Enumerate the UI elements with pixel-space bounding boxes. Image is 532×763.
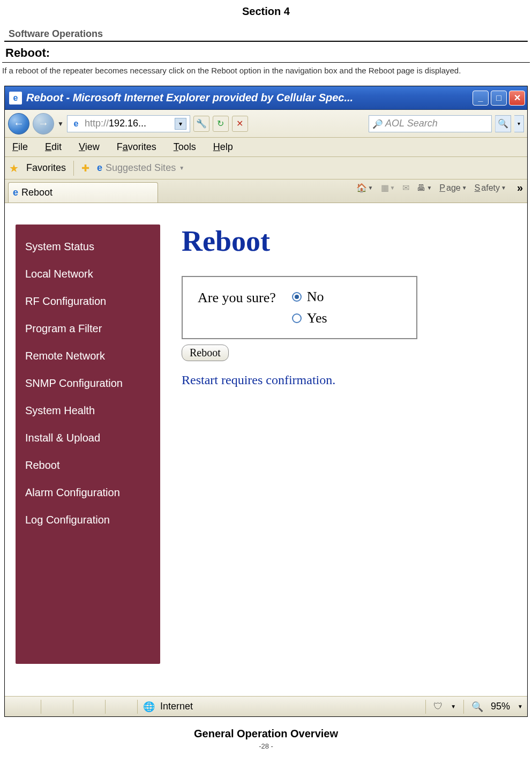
address-text: http://192.16... — [85, 118, 171, 129]
option-no-label: No — [307, 289, 324, 305]
compat-view-icon[interactable]: 🔧 — [193, 116, 209, 132]
nav-dropdown-icon[interactable]: ▼ — [57, 120, 64, 128]
address-bar[interactable]: e http://192.16... ▾ — [67, 115, 190, 132]
screenshot-frame: e Reboot - Microsoft Internet Explorer p… — [4, 86, 528, 717]
option-yes[interactable]: Yes — [292, 310, 327, 326]
page-menu[interactable]: Page▼ — [439, 183, 467, 193]
zoom-level[interactable]: 95% — [491, 701, 510, 712]
tab-reboot[interactable]: e Reboot — [8, 182, 158, 203]
search-provider-icon: 🔎 — [372, 119, 382, 129]
print-icon[interactable]: 🖶▼ — [417, 183, 432, 193]
status-cell — [106, 700, 138, 714]
menu-edit[interactable]: Edit — [45, 141, 62, 153]
tab-bar: e Reboot 🏠▼ ▦▼ ✉ 🖶▼ Page▼ Safety▼ » — [5, 179, 527, 203]
back-button[interactable]: ← — [8, 113, 29, 134]
command-bar: 🏠▼ ▦▼ ✉ 🖶▼ Page▼ Safety▼ » — [356, 182, 523, 194]
mail-icon[interactable]: ✉ — [402, 183, 409, 193]
nav-toolbar: ← → ▼ e http://192.16... ▾ 🔧 ↻ ✕ 🔎 AOL S… — [5, 110, 527, 138]
menu-tools[interactable]: Tools — [174, 141, 196, 153]
browser-window: e Reboot - Microsoft Internet Explorer p… — [5, 86, 527, 716]
stop-icon[interactable]: ✕ — [232, 116, 248, 132]
menu-help[interactable]: Help — [213, 141, 233, 153]
maximize-button[interactable]: □ — [491, 91, 507, 106]
sidebar-item-local-network[interactable]: Local Network — [16, 260, 160, 288]
search-button[interactable]: 🔍 — [495, 115, 511, 132]
side-navigation: System Status Local Network RF Configura… — [16, 225, 160, 664]
zoom-icon[interactable]: 🔍 — [471, 701, 483, 713]
favorites-bar: ★ Favorites ✚ e Suggested Sites ▼ — [5, 157, 527, 179]
footer-title: General Operation Overview — [0, 728, 532, 740]
sidebar-item-remote-network[interactable]: Remote Network — [16, 342, 160, 370]
more-icon[interactable]: » — [517, 182, 523, 194]
search-dropdown-icon[interactable]: ▾ — [514, 115, 524, 132]
main-title: Reboot — [182, 225, 527, 258]
window-title: Reboot - Microsoft Internet Explorer pro… — [26, 92, 473, 104]
zoom-dropdown-icon[interactable]: ▼ — [518, 704, 523, 709]
favorites-star-icon: ★ — [9, 162, 19, 175]
confirm-question: Are you sure? — [198, 289, 276, 306]
reboot-button[interactable]: Reboot — [182, 345, 229, 361]
address-dropdown-icon[interactable]: ▾ — [175, 118, 186, 130]
dropdown-arrow-icon: ▼ — [179, 165, 184, 171]
titlebar: e Reboot - Microsoft Internet Explorer p… — [5, 86, 527, 110]
page-icon: e — [71, 118, 81, 129]
safety-menu[interactable]: Safety▼ — [475, 183, 506, 193]
section-title: Section 4 — [0, 0, 532, 28]
minimize-button[interactable]: _ — [473, 91, 489, 106]
feeds-icon[interactable]: ▦▼ — [381, 183, 395, 193]
internet-zone-label: Internet — [160, 701, 193, 712]
page-number: -28 - — [0, 742, 532, 750]
sidebar-item-install-upload[interactable]: Install & Upload — [16, 424, 160, 452]
menu-favorites[interactable]: Favorites — [117, 141, 156, 153]
intro-text: If a reboot of the repeater becomes nece… — [0, 63, 532, 86]
status-cells — [9, 700, 138, 714]
confirmation-note: Restart requires confirmation. — [182, 373, 527, 387]
search-box[interactable]: 🔎 AOL Search — [369, 115, 492, 132]
forward-button[interactable]: → — [33, 113, 54, 134]
confirm-options: No Yes — [292, 289, 327, 326]
separator — [73, 161, 74, 176]
sidebar-item-log-configuration[interactable]: Log Configuration — [16, 506, 160, 534]
tab-label: Reboot — [21, 187, 53, 198]
sidebar-item-system-health[interactable]: System Health — [16, 397, 160, 424]
refresh-icon[interactable]: ↻ — [213, 116, 229, 132]
tab-icon: e — [13, 187, 18, 198]
menu-bar: File Edit View Favorites Tools Help — [5, 138, 527, 157]
page-content: System Status Local Network RF Configura… — [5, 203, 527, 696]
menu-view[interactable]: View — [79, 141, 100, 153]
sidebar-item-system-status[interactable]: System Status — [16, 233, 160, 260]
close-button[interactable]: ✕ — [509, 91, 525, 106]
menu-file[interactable]: File — [12, 141, 28, 153]
add-favorite-icon[interactable]: ✚ — [81, 162, 89, 174]
page-heading: Reboot: — [2, 42, 530, 63]
protected-mode-icon[interactable]: 🛡 — [433, 701, 443, 712]
ie-icon-small: e — [97, 162, 102, 174]
suggested-sites-link[interactable]: e Suggested Sites ▼ — [97, 162, 184, 174]
home-icon[interactable]: 🏠▼ — [356, 183, 373, 193]
favorites-label[interactable]: Favorites — [26, 162, 66, 174]
status-cell — [9, 700, 41, 714]
status-bar: 🌐 Internet 🛡 ▼ 🔍 95% ▼ — [5, 696, 527, 716]
radio-no-icon — [292, 292, 302, 302]
status-cell — [41, 700, 73, 714]
sidebar-item-snmp-configuration[interactable]: SNMP Configuration — [16, 370, 160, 397]
sidebar-item-alarm-configuration[interactable]: Alarm Configuration — [16, 479, 160, 506]
option-no[interactable]: No — [292, 289, 327, 305]
option-yes-label: Yes — [307, 310, 327, 326]
subsection-title: Software Operations — [4, 28, 528, 42]
sidebar-item-reboot[interactable]: Reboot — [16, 452, 160, 479]
separator — [425, 700, 426, 714]
main-panel: Reboot Are you sure? No Yes — [160, 225, 527, 680]
status-cell — [73, 700, 106, 714]
ie-icon: e — [9, 92, 22, 104]
sidebar-item-program-a-filter[interactable]: Program a Filter — [16, 315, 160, 342]
dropdown-arrow-icon[interactable]: ▼ — [451, 704, 456, 709]
separator — [463, 700, 464, 714]
radio-yes-icon — [292, 313, 302, 323]
confirm-box: Are you sure? No Yes — [182, 276, 417, 339]
sidebar-item-rf-configuration[interactable]: RF Configuration — [16, 288, 160, 315]
internet-zone-icon: 🌐 — [143, 701, 155, 713]
search-placeholder: AOL Search — [385, 118, 488, 129]
